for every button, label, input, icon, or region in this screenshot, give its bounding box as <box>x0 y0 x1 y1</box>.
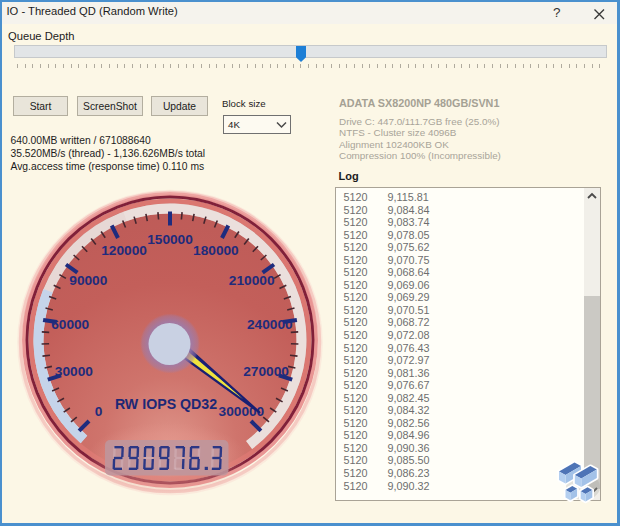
svg-text:0: 0 <box>95 404 103 419</box>
svg-text:RW IOPS QD32: RW IOPS QD32 <box>115 396 217 412</box>
svg-text:210000: 210000 <box>229 273 275 288</box>
svg-text:60000: 60000 <box>51 317 89 332</box>
svg-text:90000: 90000 <box>69 273 107 288</box>
svg-text:150000: 150000 <box>147 232 193 247</box>
svg-text:180000: 180000 <box>193 243 239 258</box>
svg-text:270000: 270000 <box>243 364 289 379</box>
svg-text:120000: 120000 <box>101 243 147 258</box>
svg-text:300000: 300000 <box>219 404 265 419</box>
svg-text:240000: 240000 <box>247 317 293 332</box>
svg-text:30000: 30000 <box>55 364 93 379</box>
